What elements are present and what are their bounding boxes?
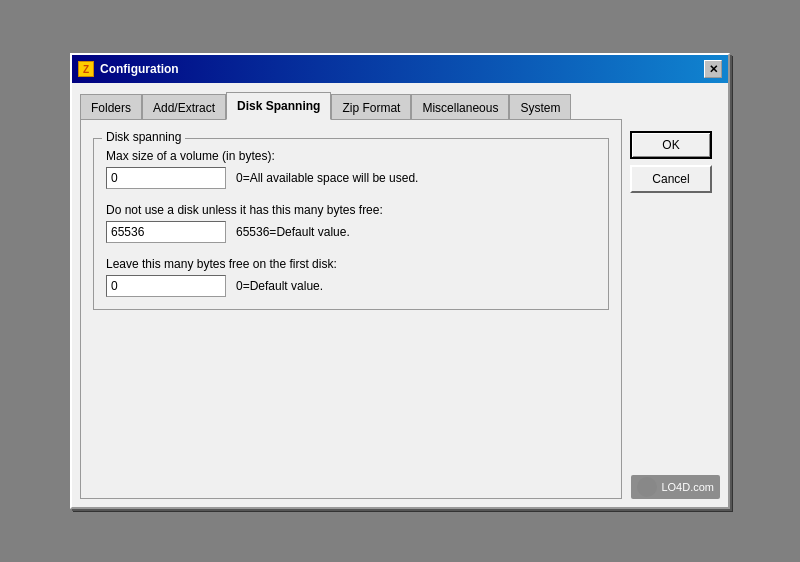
right-panel: OK Cancel <box>630 91 720 499</box>
watermark-text: LO4D.com <box>661 481 714 493</box>
tab-disk-spanning[interactable]: Disk Spanning <box>226 92 331 120</box>
group-legend: Disk spanning <box>102 130 185 144</box>
max-size-input[interactable] <box>106 167 226 189</box>
app-icon: Z <box>78 61 94 77</box>
tab-content: Disk spanning Max size of a volume (in b… <box>80 119 622 499</box>
min-free-field-group: Do not use a disk unless it has this man… <box>106 203 596 243</box>
cancel-button[interactable]: Cancel <box>630 165 712 193</box>
max-size-label: Max size of a volume (in bytes): <box>106 149 596 163</box>
min-free-hint: 65536=Default value. <box>236 225 350 239</box>
watermark-logo <box>637 477 657 497</box>
tab-bar: Folders Add/Extract Disk Spanning Zip Fo… <box>80 91 622 119</box>
configuration-dialog: Z Configuration ✕ Folders Add/Extract Di… <box>70 53 730 509</box>
title-bar: Z Configuration ✕ <box>72 55 728 83</box>
max-size-field-group: Max size of a volume (in bytes): 0=All a… <box>106 149 596 189</box>
leave-free-label: Leave this many bytes free on the first … <box>106 257 596 271</box>
dialog-body: Folders Add/Extract Disk Spanning Zip Fo… <box>72 83 728 507</box>
tab-zip-format[interactable]: Zip Format <box>331 94 411 120</box>
tab-add-extract[interactable]: Add/Extract <box>142 94 226 120</box>
close-button[interactable]: ✕ <box>704 60 722 78</box>
max-size-row: 0=All available space will be used. <box>106 167 596 189</box>
disk-spanning-group: Disk spanning Max size of a volume (in b… <box>93 138 609 310</box>
min-free-label: Do not use a disk unless it has this man… <box>106 203 596 217</box>
leave-free-input[interactable] <box>106 275 226 297</box>
leave-free-row: 0=Default value. <box>106 275 596 297</box>
window-title: Configuration <box>100 62 179 76</box>
min-free-row: 65536=Default value. <box>106 221 596 243</box>
tab-folders[interactable]: Folders <box>80 94 142 120</box>
tab-miscellaneous[interactable]: Miscellaneous <box>411 94 509 120</box>
tab-system[interactable]: System <box>509 94 571 120</box>
max-size-hint: 0=All available space will be used. <box>236 171 418 185</box>
leave-free-field-group: Leave this many bytes free on the first … <box>106 257 596 297</box>
left-panel: Folders Add/Extract Disk Spanning Zip Fo… <box>80 91 622 499</box>
watermark: LO4D.com <box>631 475 720 499</box>
min-free-input[interactable] <box>106 221 226 243</box>
leave-free-hint: 0=Default value. <box>236 279 323 293</box>
ok-button[interactable]: OK <box>630 131 712 159</box>
